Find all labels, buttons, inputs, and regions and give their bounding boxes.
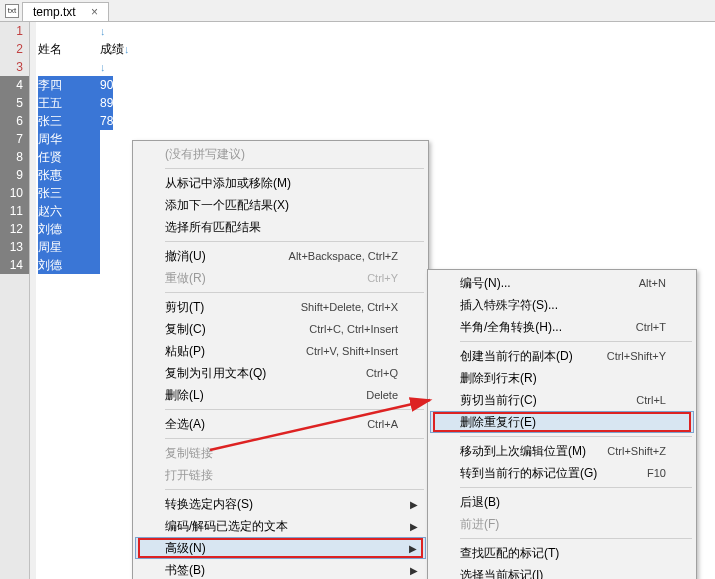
menu-label: 创建当前行的副本(D): [460, 348, 607, 365]
chevron-right-icon: ▶: [410, 565, 418, 576]
line-number: 9: [0, 166, 29, 184]
line-number: 2: [0, 40, 29, 58]
menu-item[interactable]: 后退(B): [430, 491, 694, 513]
file-icon: txt: [5, 4, 19, 18]
menu-label: 撤消(U): [165, 248, 289, 265]
menu-label: 删除(L): [165, 387, 366, 404]
menu-item[interactable]: 选择当前标记(I): [430, 564, 694, 579]
menu-shortcut: Ctrl+Shift+Y: [607, 350, 666, 362]
menu-label: 全选(A): [165, 416, 367, 433]
menu-label: 查找匹配的标记(T): [460, 545, 666, 562]
menu-label: 粘贴(P): [165, 343, 306, 360]
menu-label: 复制(C): [165, 321, 309, 338]
text-line[interactable]: 张三78: [36, 112, 715, 130]
menu-item[interactable]: 添加下一个匹配结果(X): [135, 194, 426, 216]
menu-item[interactable]: 查找匹配的标记(T): [430, 542, 694, 564]
context-menu[interactable]: (没有拼写建议)从标记中添加或移除(M)添加下一个匹配结果(X)选择所有匹配结果…: [132, 140, 429, 579]
menu-item[interactable]: 剪切(T)Shift+Delete, Ctrl+X: [135, 296, 426, 318]
menu-item[interactable]: 复制(C)Ctrl+C, Ctrl+Insert: [135, 318, 426, 340]
menu-label: 前进(F): [460, 516, 666, 533]
menu-label: 插入特殊字符(S)...: [460, 297, 666, 314]
menu-label: 剪切当前行(C): [460, 392, 636, 409]
line-number: 7: [0, 130, 29, 148]
text-line[interactable]: 姓名成绩↓: [36, 40, 715, 58]
menu-label: 转换选定内容(S): [165, 496, 398, 513]
menu-item[interactable]: 选择所有匹配结果: [135, 216, 426, 238]
menu-shortcut: Ctrl+L: [636, 394, 666, 406]
menu-label: 转到当前行的标记位置(G): [460, 465, 647, 482]
menu-shortcut: F10: [647, 467, 666, 479]
menu-label: 高级(N): [165, 540, 398, 557]
menu-separator: [165, 409, 424, 410]
menu-label: 从标记中添加或移除(M): [165, 175, 398, 192]
menu-shortcut: Ctrl+Q: [366, 367, 398, 379]
menu-separator: [460, 341, 692, 342]
menu-item[interactable]: 删除到行末(R): [430, 367, 694, 389]
menu-item[interactable]: 书签(B)▶: [135, 559, 426, 579]
menu-label: 删除到行末(R): [460, 370, 666, 387]
menu-item[interactable]: 剪切当前行(C)Ctrl+L: [430, 389, 694, 411]
line-gutter: 1234567891011121314: [0, 22, 30, 579]
menu-label: 选择当前标记(I): [460, 567, 666, 580]
menu-item: (没有拼写建议): [135, 143, 426, 165]
menu-separator: [460, 487, 692, 488]
line-number: 11: [0, 202, 29, 220]
menu-label: 删除重复行(E): [460, 414, 666, 431]
line-number: 1: [0, 22, 29, 40]
menu-shortcut: Ctrl+T: [636, 321, 666, 333]
line-number: 6: [0, 112, 29, 130]
line-number: 14: [0, 256, 29, 274]
chevron-right-icon: ▶: [410, 521, 418, 532]
menu-separator: [165, 489, 424, 490]
menu-item[interactable]: 撤消(U)Alt+Backspace, Ctrl+Z: [135, 245, 426, 267]
menu-item[interactable]: 插入特殊字符(S)...: [430, 294, 694, 316]
menu-item[interactable]: 粘贴(P)Ctrl+V, Shift+Insert: [135, 340, 426, 362]
text-line[interactable]: 李四90: [36, 76, 715, 94]
text-line[interactable]: ↓: [36, 58, 715, 76]
menu-label: 编号(N)...: [460, 275, 639, 292]
close-icon[interactable]: ×: [91, 5, 98, 19]
menu-item[interactable]: 移动到上次编辑位置(M)Ctrl+Shift+Z: [430, 440, 694, 462]
menu-label: 书签(B): [165, 562, 398, 579]
menu-shortcut: Ctrl+V, Shift+Insert: [306, 345, 398, 357]
menu-shortcut: Ctrl+A: [367, 418, 398, 430]
text-line[interactable]: ↓: [36, 22, 715, 40]
menu-item[interactable]: 从标记中添加或移除(M): [135, 172, 426, 194]
menu-item[interactable]: 删除(L)Delete: [135, 384, 426, 406]
menu-item: 前进(F): [430, 513, 694, 535]
line-number: 3: [0, 58, 29, 76]
text-line[interactable]: 王五89: [36, 94, 715, 112]
menu-label: 重做(R): [165, 270, 367, 287]
menu-label: 半角/全角转换(H)...: [460, 319, 636, 336]
file-tab[interactable]: temp.txt ×: [22, 2, 109, 21]
menu-label: 后退(B): [460, 494, 666, 511]
menu-item[interactable]: 编号(N)...Alt+N: [430, 272, 694, 294]
menu-item[interactable]: 转换选定内容(S)▶: [135, 493, 426, 515]
menu-item: 复制链接: [135, 442, 426, 464]
menu-label: 复制为引用文本(Q): [165, 365, 366, 382]
menu-shortcut: Ctrl+C, Ctrl+Insert: [309, 323, 398, 335]
menu-item[interactable]: 半角/全角转换(H)...Ctrl+T: [430, 316, 694, 338]
menu-shortcut: Alt+N: [639, 277, 666, 289]
menu-item[interactable]: 全选(A)Ctrl+A: [135, 413, 426, 435]
menu-item[interactable]: 删除重复行(E): [430, 411, 694, 433]
menu-item: 重做(R)Ctrl+Y: [135, 267, 426, 289]
menu-label: 选择所有匹配结果: [165, 219, 398, 236]
menu-label: (没有拼写建议): [165, 146, 398, 163]
menu-label: 打开链接: [165, 467, 398, 484]
line-number: 8: [0, 148, 29, 166]
menu-shortcut: Ctrl+Y: [367, 272, 398, 284]
menu-item[interactable]: 编码/解码已选定的文本▶: [135, 515, 426, 537]
menu-item[interactable]: 复制为引用文本(Q)Ctrl+Q: [135, 362, 426, 384]
menu-separator: [165, 241, 424, 242]
menu-label: 添加下一个匹配结果(X): [165, 197, 398, 214]
tab-title: temp.txt: [33, 5, 76, 19]
menu-item[interactable]: 转到当前行的标记位置(G)F10: [430, 462, 694, 484]
line-number: 10: [0, 184, 29, 202]
context-submenu[interactable]: 编号(N)...Alt+N插入特殊字符(S)...半角/全角转换(H)...Ct…: [427, 269, 697, 579]
menu-item[interactable]: 创建当前行的副本(D)Ctrl+Shift+Y: [430, 345, 694, 367]
menu-item[interactable]: 高级(N)▶: [135, 537, 426, 559]
line-number: 5: [0, 94, 29, 112]
menu-separator: [165, 292, 424, 293]
chevron-right-icon: ▶: [409, 543, 417, 554]
